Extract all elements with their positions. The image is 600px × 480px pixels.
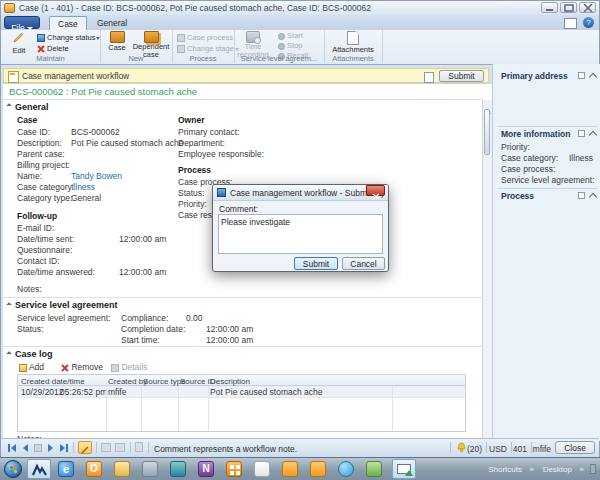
last-record-icon[interactable] — [66, 444, 68, 452]
fb-label-sla: Service level agreement: — [501, 175, 595, 185]
currency-indicator[interactable]: USD — [489, 444, 507, 454]
taskbar-item-internet-explorer[interactable]: e — [58, 461, 74, 477]
popout-icon[interactable] — [578, 192, 585, 199]
case-log-remove-button[interactable]: Remove — [61, 362, 103, 372]
comment-input[interactable]: Please investigate — [218, 214, 383, 254]
cell-description: Pot Pie caused stomach ache — [210, 387, 322, 397]
edit-mode-toggle[interactable] — [78, 441, 92, 454]
collapse-chevron-icon[interactable] — [589, 73, 597, 81]
layout-icon[interactable] — [564, 18, 577, 29]
help-icon[interactable]: ? — [583, 17, 594, 28]
form-scrollbar[interactable] — [482, 100, 492, 442]
show-desktop-button[interactable] — [590, 464, 596, 474]
workflow-actions-icon[interactable] — [424, 72, 434, 83]
grid-view-icon[interactable] — [101, 443, 111, 452]
factbox-more-information[interactable]: More information — [501, 129, 570, 139]
edit-button[interactable]: Edit — [5, 31, 33, 55]
tab-case[interactable]: Case — [49, 16, 87, 30]
taskbar-item-outlook[interactable]: O — [86, 461, 102, 477]
alerts-bell-icon[interactable] — [456, 442, 467, 453]
change-status-button[interactable]: Change status — [37, 33, 100, 42]
first-record-button[interactable] — [11, 444, 16, 452]
section-general-header[interactable]: General — [15, 102, 49, 112]
maximize-button[interactable] — [560, 2, 577, 13]
start-gear-icon — [278, 33, 285, 40]
dialog-titlebar[interactable]: Case management workflow - Submit (1) — [213, 185, 388, 201]
next-record-button[interactable] — [48, 444, 53, 452]
popout-icon[interactable] — [578, 130, 585, 137]
file-menu-button[interactable]: File — [4, 16, 40, 29]
dialog-cancel-button[interactable]: Cancel — [342, 257, 385, 270]
taskbar-item-sharepoint-workspace[interactable] — [170, 461, 186, 477]
workflow-submit-button[interactable]: Submit — [439, 70, 484, 82]
label-start-time: Start time: — [121, 335, 160, 345]
start-button[interactable]: Start — [278, 31, 303, 40]
tab-general[interactable]: General — [89, 16, 135, 30]
close-button[interactable] — [579, 2, 596, 13]
case-process-button[interactable]: Case process — [177, 33, 233, 42]
record-list-icon[interactable] — [34, 444, 42, 452]
first-record-icon[interactable] — [8, 444, 10, 452]
collapse-triangle-icon — [6, 351, 12, 357]
taskbar-item-folder[interactable] — [114, 461, 130, 477]
case-log-details-button[interactable]: Details — [111, 362, 147, 372]
scrollbar-thumb[interactable] — [484, 109, 490, 155]
close-form-button[interactable]: Close — [555, 441, 595, 454]
taskbar-item-app-grid[interactable] — [226, 461, 242, 477]
fb-label-priority: Priority: — [501, 142, 530, 152]
link-case-category[interactable]: Illness — [71, 182, 95, 192]
new-case-button[interactable]: Case — [103, 31, 131, 52]
taskbar-shortcuts-toolbar[interactable]: Shortcuts — [488, 465, 522, 474]
factbox-primary-address[interactable]: Primary address — [501, 71, 568, 81]
collapse-chevron-icon[interactable] — [589, 131, 597, 139]
column-created-by[interactable]: Created by — [108, 377, 147, 386]
taskbar-item-onenote[interactable]: N — [198, 461, 214, 477]
taskbar-item-document[interactable] — [254, 461, 270, 477]
attachment-note-icon[interactable] — [135, 442, 143, 452]
last-record-button[interactable] — [60, 444, 65, 452]
link-contact-name[interactable]: Tandy Bowen — [71, 171, 122, 181]
taskbar-item-dynamics-ax[interactable] — [27, 459, 51, 479]
company-indicator[interactable]: 401 — [513, 444, 527, 454]
group-process-title: Process — [178, 165, 211, 175]
attachments-button[interactable]: Attachments — [329, 31, 377, 54]
taskbar-desktop-toolbar[interactable]: Desktop — [543, 465, 572, 474]
start-button[interactable] — [4, 460, 22, 478]
value-datetime-sent: 12:00:00 am — [119, 234, 166, 244]
taskbar-item-people-green[interactable] — [366, 461, 382, 477]
taskbar-item-remote-connection[interactable] — [392, 459, 416, 479]
cell-created-time: 05:26:52 pm — [60, 387, 107, 397]
popout-icon[interactable] — [578, 72, 585, 79]
fb-label-case-process: Case process: — [501, 164, 555, 174]
minimize-button[interactable] — [541, 2, 558, 13]
label-sla: Service level agreement: — [17, 313, 111, 323]
change-stage-button[interactable]: Change stage — [177, 44, 239, 53]
change-stage-icon — [177, 45, 185, 53]
column-created-datetime[interactable]: Created date/time — [21, 377, 85, 386]
column-description[interactable]: Description — [210, 377, 250, 386]
label-follow-up-notes: Notes: — [17, 284, 42, 294]
table-row[interactable]: 10/29/2012 05:26:52 pm mfife Pot Pie cau… — [18, 386, 465, 398]
taskbar-item-browser-round[interactable] — [338, 461, 354, 477]
section-sla-header[interactable]: Service level agreement — [15, 300, 118, 310]
delete-button[interactable]: Delete — [37, 44, 69, 53]
collapse-chevron-icon[interactable] — [589, 193, 597, 201]
case-log-add-button[interactable]: Add — [19, 362, 44, 372]
details-icon — [111, 364, 119, 372]
desktop-expand-icon[interactable]: » — [580, 465, 584, 474]
taskbar-item-contacts[interactable] — [142, 461, 158, 477]
stop-button[interactable]: Stop — [278, 41, 303, 50]
taskbar-item-dynamics-app-2[interactable] — [310, 461, 326, 477]
scroll-up-icon[interactable] — [484, 100, 491, 108]
window-titlebar[interactable]: Case (1 - 401) - Case ID: BCS-000062, Po… — [1, 1, 599, 16]
taskbar-item-dynamics-app-1[interactable] — [282, 461, 298, 477]
alerts-count[interactable]: (20) — [467, 444, 482, 454]
dialog-submit-button[interactable]: Submit — [294, 257, 338, 270]
section-case-log-header[interactable]: Case log — [15, 349, 53, 359]
details-view-icon[interactable] — [115, 443, 125, 452]
dialog-close-button[interactable] — [366, 185, 385, 196]
previous-record-button[interactable] — [23, 444, 28, 452]
shortcuts-expand-icon[interactable]: » — [530, 465, 534, 474]
user-indicator[interactable]: mfife — [533, 444, 551, 454]
factbox-process[interactable]: Process — [501, 191, 534, 201]
